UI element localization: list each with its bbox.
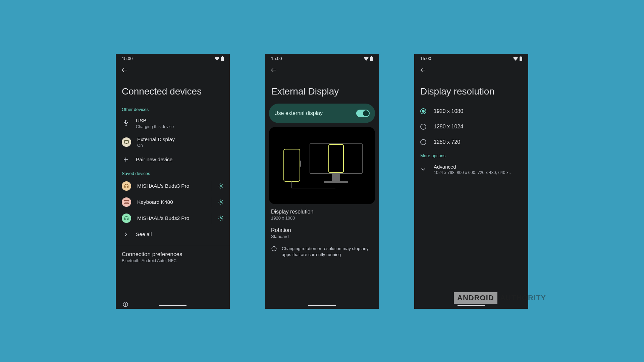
- svg-point-19: [274, 247, 274, 248]
- back-button[interactable]: [120, 66, 128, 74]
- advanced-sub: 1024 x 768, 800 x 600, 720 x 480, 640 x.…: [434, 170, 511, 175]
- svg-rect-14: [310, 144, 362, 173]
- chevron-right-icon: [122, 230, 130, 238]
- status-bar: 15:00: [116, 54, 230, 63]
- section-label-more-options: More options: [414, 150, 528, 160]
- radio-label: 644 x 362: [434, 108, 463, 114]
- svg-rect-16: [324, 181, 348, 183]
- svg-point-3: [220, 185, 221, 187]
- info-text: Changing rotation or resolution may stop…: [282, 246, 373, 258]
- setting-title: Rotation: [271, 227, 373, 233]
- svg-point-5: [220, 201, 221, 203]
- status-time: 15:00: [271, 56, 282, 61]
- radio-icon: [420, 124, 426, 130]
- radio-option-2[interactable]: 1280 x 720: [414, 134, 528, 150]
- svg-point-8: [125, 303, 126, 304]
- info-icon: [271, 246, 277, 253]
- battery-icon: [370, 56, 373, 61]
- row-saved-device-0[interactable]: MISHAAL's Buds3 Pro: [116, 178, 230, 194]
- device-settings-button[interactable]: [211, 197, 230, 207]
- svg-rect-10: [370, 57, 373, 61]
- device-name: MISHAAL's Buds2 Pro: [137, 215, 205, 222]
- svg-rect-2: [124, 140, 128, 143]
- display-illustration: [269, 127, 375, 204]
- usb-icon: [122, 119, 130, 127]
- svg-rect-4: [124, 201, 129, 204]
- status-icons: [513, 56, 522, 61]
- svg-rect-20: [274, 248, 274, 250]
- page-title: Connected devices: [116, 74, 230, 104]
- svg-rect-1: [222, 56, 223, 57]
- svg-rect-13: [300, 161, 301, 167]
- svg-rect-11: [371, 56, 372, 57]
- device-settings-button[interactable]: [211, 181, 230, 191]
- svg-rect-17: [329, 144, 343, 173]
- status-time: 15:00: [420, 56, 431, 61]
- switch[interactable]: [356, 110, 370, 117]
- device-settings-button[interactable]: [211, 213, 230, 224]
- page-title: External Display: [265, 74, 379, 104]
- svg-rect-9: [125, 304, 126, 306]
- row-sub: Charging this device: [136, 124, 224, 129]
- radio-option-0[interactable]: 644 x 362: [414, 104, 528, 119]
- row-title: External Display: [137, 136, 224, 143]
- battery-icon: [520, 56, 522, 61]
- row-rotation[interactable]: Rotation Standard: [265, 223, 379, 241]
- gesture-bar: [308, 305, 336, 306]
- back-button[interactable]: [419, 66, 427, 74]
- info-note: Changing rotation or resolution may stop…: [265, 241, 379, 262]
- svg-rect-21: [520, 57, 522, 61]
- row-see-all[interactable]: See all: [116, 226, 230, 242]
- svg-point-6: [220, 218, 221, 219]
- status-icons: [214, 56, 224, 61]
- status-bar: 15:00: [265, 54, 379, 63]
- watermark-box: ANDROID: [454, 292, 497, 304]
- row-display-resolution[interactable]: Display resolution 644 x 362: [265, 204, 379, 223]
- status-icons: [364, 56, 373, 61]
- row-sub: Bluetooth, Android Auto, NFC: [122, 258, 224, 263]
- svg-rect-15: [332, 173, 340, 182]
- radio-label: 1280 x 720: [434, 139, 460, 145]
- radio-label: 1280 x 1024: [434, 124, 463, 130]
- row-saved-device-1[interactable]: Keyboard K480: [116, 194, 230, 210]
- row-advanced[interactable]: Advanced 1024 x 768, 800 x 600, 720 x 48…: [414, 160, 528, 179]
- arrow-left-icon: [121, 67, 128, 73]
- row-title: See all: [136, 231, 224, 238]
- screen-external-display: 15:00 External Display Use external disp…: [265, 54, 379, 309]
- toggle-use-external-display[interactable]: Use external display: [269, 104, 375, 123]
- row-title: Connection preferences: [122, 251, 224, 258]
- wifi-icon: [214, 57, 220, 61]
- gear-icon: [218, 183, 224, 189]
- plus-icon: [122, 156, 130, 164]
- row-title: Pair new device: [136, 156, 224, 163]
- watermark: ANDROID AUTHORITY: [454, 292, 546, 304]
- setting-sub: Standard: [271, 234, 373, 239]
- advanced-title: Advanced: [434, 164, 511, 170]
- watermark-plain: AUTHORITY: [500, 294, 546, 302]
- row-title: USB: [136, 117, 224, 124]
- headphones-icon: [122, 214, 131, 223]
- chevron-down-icon: [420, 168, 426, 171]
- screen-display-resolution: 15:00 Display resolution 644 x 362 128…: [414, 54, 528, 309]
- setting-title: Display resolution: [271, 209, 373, 215]
- back-button[interactable]: [270, 66, 278, 74]
- monitor-icon: [122, 137, 131, 147]
- wifi-icon: [364, 57, 369, 61]
- keyboard-icon: [122, 197, 131, 207]
- gear-icon: [218, 215, 224, 221]
- row-external-display[interactable]: External Display On: [116, 133, 230, 152]
- radio-option-1[interactable]: 1280 x 1024: [414, 119, 528, 134]
- row-connection-preferences[interactable]: Connection preferences Bluetooth, Androi…: [116, 246, 230, 268]
- setting-sub: 644 x 362: [271, 216, 373, 221]
- arrow-left-icon: [270, 67, 277, 73]
- row-pair-new-device[interactable]: Pair new device: [116, 152, 230, 168]
- gear-icon: [218, 199, 224, 205]
- page-title: Display resolution: [414, 74, 528, 104]
- row-usb[interactable]: USB Charging this device: [116, 114, 230, 133]
- toggle-label: Use external display: [274, 110, 323, 116]
- svg-rect-22: [521, 56, 522, 57]
- screen-connected-devices: 15:00 Connected devices Other devices US…: [116, 54, 230, 309]
- info-icon: [122, 301, 128, 309]
- battery-icon: [221, 56, 224, 61]
- row-saved-device-2[interactable]: MISHAAL's Buds2 Pro: [116, 210, 230, 226]
